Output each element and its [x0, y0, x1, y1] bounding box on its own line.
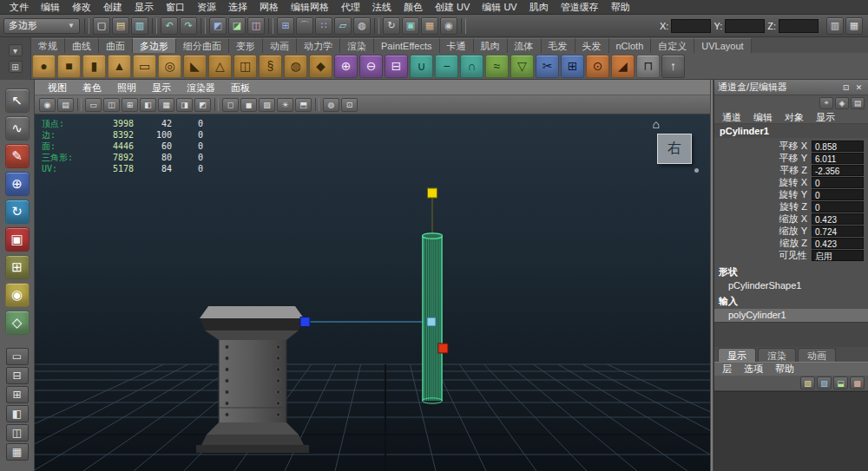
poly-cube-icon[interactable]: ■: [57, 55, 81, 78]
new-empty-layer-icon[interactable]: ▧: [800, 376, 815, 389]
menu-item[interactable]: 代理: [335, 0, 366, 15]
poly-cone-icon[interactable]: ▲: [108, 55, 131, 78]
layer-tab[interactable]: 动画: [798, 348, 836, 362]
layer-menu-item[interactable]: 层: [716, 363, 738, 376]
snap-to-grid-icon[interactable]: ⊞: [277, 17, 294, 35]
image-plane-icon[interactable]: ▭: [85, 98, 102, 112]
select-tool-icon[interactable]: ↖: [5, 88, 30, 113]
render-settings-icon[interactable]: ◉: [440, 17, 457, 35]
shelf-tab[interactable]: 动力学: [297, 38, 340, 53]
menu-item[interactable]: 显示: [128, 0, 160, 15]
panel-menu-item[interactable]: 照明: [109, 80, 144, 95]
attribute-label[interactable]: 平移 X: [714, 140, 812, 153]
open-scene-icon[interactable]: ▤: [112, 17, 129, 35]
field-chart-icon[interactable]: ▦: [158, 98, 174, 112]
poly-torus-icon[interactable]: ◎: [158, 55, 181, 78]
camera-attributes-icon[interactable]: ◉: [39, 98, 56, 112]
attribute-value-field[interactable]: 0.724: [812, 226, 864, 237]
select-hierarchy-mode-icon[interactable]: ◩: [209, 17, 227, 35]
attribute-value-field[interactable]: 0.423: [812, 213, 864, 225]
menu-item[interactable]: 肌肉: [523, 0, 555, 15]
attribute-label[interactable]: 缩放 Y: [714, 225, 812, 238]
viewport-3d[interactable]: 顶点: 3998 42 0 边: 8392 100 0 面: 4446 60 0…: [35, 114, 710, 471]
show-manipulator-icon[interactable]: ◇: [5, 311, 30, 335]
channel-box-menu-item[interactable]: 显示: [810, 110, 841, 123]
poly-plane-icon[interactable]: ▭: [133, 55, 156, 78]
attribute-value-field[interactable]: -2.356: [812, 165, 864, 176]
attribute-label[interactable]: 平移 Z: [714, 164, 812, 177]
layer-tab[interactable]: 显示: [718, 348, 756, 362]
separator[interactable]: [461, 18, 466, 34]
shelf-tab[interactable]: 头发: [575, 38, 609, 53]
layout-two-pane-icon[interactable]: ⊟: [6, 367, 29, 384]
panel-menu-item[interactable]: 渲染器: [179, 80, 223, 95]
attribute-value-field[interactable]: 0: [812, 189, 864, 200]
x-input[interactable]: [671, 19, 711, 33]
shelf-tab[interactable]: 自定义: [651, 38, 694, 53]
render-current-frame-icon[interactable]: ▣: [402, 17, 419, 35]
snap-to-plane-icon[interactable]: ▱: [334, 17, 352, 35]
boolean-intersection-icon[interactable]: ∩: [460, 55, 483, 78]
menu-item[interactable]: 编辑 UV: [476, 0, 523, 15]
isolate-select-icon[interactable]: ⊡: [341, 98, 358, 112]
shelf-tab[interactable]: 多边形: [133, 38, 176, 53]
channel-box-menu-item[interactable]: 编辑: [747, 110, 779, 123]
film-gate-icon[interactable]: ◫: [103, 98, 120, 112]
extrude-icon[interactable]: ↑: [661, 55, 685, 78]
panel-menu-item[interactable]: 视图: [40, 80, 75, 95]
lights-toggle-icon[interactable]: ☀: [277, 98, 293, 112]
z-input[interactable]: [779, 19, 819, 33]
menu-item[interactable]: 帮助: [605, 0, 636, 15]
view-home-icon[interactable]: ⌂: [653, 117, 660, 131]
menu-item[interactable]: 管道缓存: [555, 0, 605, 15]
separator[interactable]: [201, 18, 206, 34]
toggle-channel-box-icon[interactable]: ▥: [826, 17, 844, 35]
shelf-tab[interactable]: 毛发: [542, 38, 575, 53]
attribute-value-field[interactable]: 0.858: [812, 141, 864, 152]
poly-pipe-icon[interactable]: ◫: [233, 55, 257, 78]
channel-speed-icon[interactable]: ◈: [835, 97, 849, 109]
boolean-difference-icon[interactable]: −: [435, 55, 458, 78]
resolution-gate-icon[interactable]: ⊞: [122, 98, 138, 112]
safe-action-icon[interactable]: ◨: [176, 98, 193, 112]
combine-icon[interactable]: ⊕: [334, 55, 358, 78]
view-axis-label[interactable]: 右: [657, 134, 692, 164]
undo-icon[interactable]: ↶: [161, 17, 178, 35]
soft-modification-icon[interactable]: ◉: [5, 283, 30, 307]
layout-single-pane-icon[interactable]: ▭: [6, 348, 29, 365]
new-layer-icon[interactable]: ▨: [817, 376, 832, 389]
shelf-tab[interactable]: 变形: [229, 38, 263, 53]
shelf-tab[interactable]: 曲面: [99, 38, 133, 53]
separator[interactable]: [374, 18, 379, 34]
new-scene-icon[interactable]: ▢: [93, 17, 110, 35]
menu-set-dropdown[interactable]: 多边形 ▼: [3, 18, 80, 34]
shelf-tab[interactable]: PaintEffects: [374, 38, 440, 53]
poly-platonic-icon[interactable]: ◆: [309, 55, 332, 78]
shelf-tab[interactable]: 常规: [31, 38, 65, 53]
panel-menu-item[interactable]: 面板: [223, 80, 258, 95]
panel-menu-item[interactable]: 着色: [75, 80, 109, 95]
menu-item[interactable]: 选择: [222, 0, 253, 15]
separator[interactable]: [315, 98, 319, 111]
separator[interactable]: [152, 18, 157, 34]
layer-sort-icon[interactable]: ▩: [850, 376, 865, 389]
safe-title-icon[interactable]: ◩: [194, 98, 211, 112]
attribute-value-field[interactable]: 6.011: [812, 153, 864, 164]
attribute-label[interactable]: 旋转 Y: [714, 188, 812, 201]
menu-item[interactable]: 资源: [191, 0, 222, 15]
shelf-options-icon[interactable]: ⊞: [9, 61, 23, 73]
shelf-tab[interactable]: 卡通: [440, 38, 474, 53]
universal-manipulator-icon[interactable]: ⊞: [5, 255, 30, 279]
separator[interactable]: [268, 18, 273, 34]
gate-mask-icon[interactable]: ◧: [140, 98, 156, 112]
poly-helix-icon[interactable]: §: [259, 55, 282, 78]
menu-item[interactable]: 窗口: [160, 0, 191, 15]
shelf-tab[interactable]: 流体: [508, 38, 542, 53]
snap-to-point-icon[interactable]: ∷: [315, 17, 332, 35]
menu-item[interactable]: 法线: [366, 0, 398, 15]
separator[interactable]: [84, 18, 89, 34]
channel-manip-icon[interactable]: ⌖: [819, 97, 833, 109]
shelf-tab[interactable]: 肌肉: [474, 38, 508, 53]
extract-icon[interactable]: ⊟: [385, 55, 408, 78]
manip-z-handle[interactable]: [300, 317, 310, 327]
